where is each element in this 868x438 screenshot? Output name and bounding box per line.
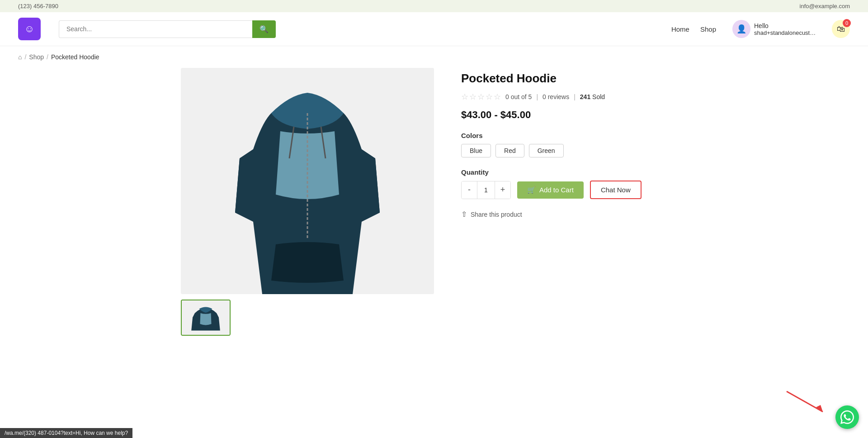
sold-count: 241 Sold [580,93,605,100]
quantity-label: Quantity [461,168,687,176]
breadcrumb-current: Pocketed Hoodie [51,53,99,61]
star-rating: ☆ ☆ ☆ ☆ ☆ [461,92,501,102]
cart-icon: 🛒 [527,186,536,194]
breadcrumb-shop[interactable]: Shop [29,53,44,61]
quantity-row: - 1 + 🛒 Add to Cart Chat Now [461,181,687,199]
chat-now-button[interactable]: Chat Now [590,181,642,199]
logo-icon: ☺ [24,23,34,35]
color-options: Blue Red Green [461,144,687,157]
colors-label: Colors [461,132,687,139]
product-title: Pocketed Hoodie [461,71,687,86]
rating-text: 0 out of 5 [505,93,532,100]
share-icon: ⇧ [461,210,467,219]
color-green[interactable]: Green [529,144,564,157]
star-3: ☆ [477,92,485,102]
breadcrumb-sep-1: / [24,53,26,61]
breadcrumb-sep-2: / [47,53,48,61]
logo[interactable]: ☺ [18,18,41,40]
nav-home[interactable]: Home [671,25,689,33]
reviews-link[interactable]: 0 reviews [542,93,569,100]
main-nav: Home Shop [671,25,716,33]
search-bar: 🔍 [59,20,276,38]
search-icon: 🔍 [259,25,269,33]
top-bar: (123) 456-7890 info@example.com [0,0,868,12]
rating-row: ☆ ☆ ☆ ☆ ☆ 0 out of 5 | 0 reviews | 241 S… [461,92,687,102]
qty-minus-button[interactable]: - [462,181,477,199]
greeting-text: Hello [754,22,817,29]
user-greeting-block: Hello shad+standalonecustome [754,22,817,36]
product-images [181,68,434,336]
email-address: info@example.com [800,3,850,10]
quantity-value: 1 [477,181,495,199]
product-info: Pocketed Hoodie ☆ ☆ ☆ ☆ ☆ 0 out of 5 | 0… [461,68,687,336]
user-avatar-icon[interactable]: 👤 [732,20,750,38]
star-4: ☆ [486,92,493,102]
thumbnail-strip [181,300,434,336]
product-page: Pocketed Hoodie ☆ ☆ ☆ ☆ ☆ 0 out of 5 | 0… [163,68,705,354]
search-button[interactable]: 🔍 [252,20,276,38]
main-product-image [181,68,434,294]
cart-badge: 0 [843,19,851,27]
share-label: Share this product [471,211,522,218]
rating-sep: | [536,93,538,100]
thumbnail-1[interactable] [181,300,231,336]
color-blue[interactable]: Blue [461,144,491,157]
add-to-cart-label: Add to Cart [539,186,574,194]
product-price: $43.00 - $45.00 [461,109,687,121]
user-area: 👤 Hello shad+standalonecustome [732,20,817,38]
breadcrumb-home[interactable]: ⌂ [18,53,22,61]
color-red[interactable]: Red [495,144,524,157]
header: ☺ 🔍 Home Shop 👤 Hello shad+standalonecus… [0,12,868,46]
qty-plus-button[interactable]: + [495,181,510,199]
quantity-control: - 1 + [461,181,511,199]
star-1: ☆ [461,92,468,102]
breadcrumb: ⌂ / Shop / Pocketed Hoodie [0,46,868,68]
sold-sep: | [574,93,576,100]
star-5: ☆ [494,92,501,102]
cart-wrapper: 🛍 0 [832,20,850,38]
star-2: ☆ [469,92,476,102]
username-text: shad+standalonecustome [754,29,817,36]
add-to-cart-button[interactable]: 🛒 Add to Cart [517,181,584,199]
share-product[interactable]: ⇧ Share this product [461,210,687,219]
nav-shop[interactable]: Shop [700,25,716,33]
phone-number: (123) 456-7890 [18,3,58,10]
search-input[interactable] [59,20,252,38]
